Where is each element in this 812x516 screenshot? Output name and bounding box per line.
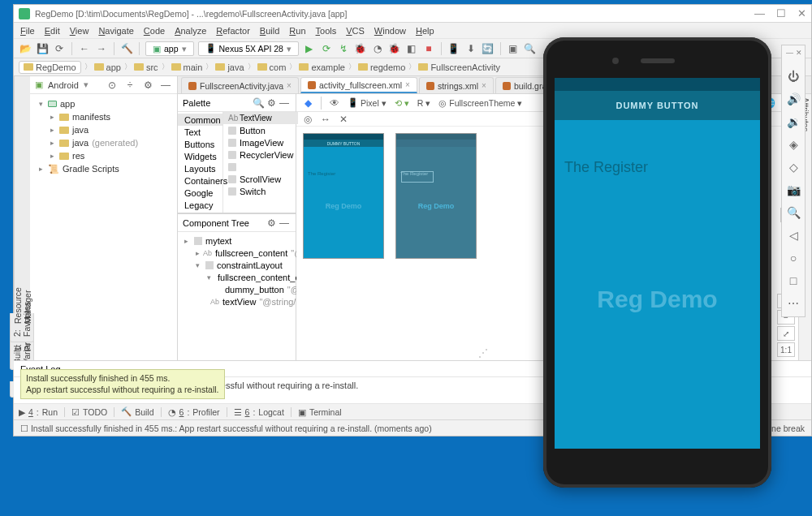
- breadcrumb[interactable]: 〉java: [205, 62, 244, 72]
- menu-analyze[interactable]: Analyze: [175, 26, 206, 36]
- orientation-selector[interactable]: ⟲ ▾: [393, 98, 411, 108]
- zoom-actual-button[interactable]: 1:1: [777, 342, 795, 357]
- design-preview[interactable]: DUMMY BUTTON The Register Reg Demo: [303, 133, 384, 259]
- run-config-selector[interactable]: ▣app▾: [145, 41, 194, 56]
- menu-build[interactable]: Build: [260, 26, 279, 36]
- avd-manager-icon[interactable]: 📱: [447, 42, 460, 55]
- component-tree-node[interactable]: ▾constraintLayout: [181, 259, 292, 271]
- autoconnect-icon[interactable]: ◎: [301, 113, 314, 126]
- breadcrumb[interactable]: 〉com: [248, 62, 287, 72]
- rotate-right-icon[interactable]: ◇: [787, 161, 800, 174]
- power-icon[interactable]: ⏻: [787, 70, 800, 83]
- bottom-tab-todo[interactable]: ☑TODO: [71, 407, 107, 417]
- default-margins-icon[interactable]: ↔: [319, 113, 332, 126]
- zoom-icon[interactable]: 🔍: [787, 206, 800, 219]
- breadcrumb[interactable]: 〉main: [162, 62, 203, 72]
- palette-category[interactable]: Legacy: [178, 199, 222, 211]
- project-node[interactable]: ▸java: [33, 123, 174, 136]
- favorites-tab[interactable]: 2: Favorites: [10, 326, 34, 342]
- component-tree-node[interactable]: ▾fullscreen_content_controls: [181, 271, 292, 283]
- palette-category[interactable]: Buttons: [178, 138, 222, 150]
- palette-widget[interactable]: RecyclerView: [223, 148, 298, 161]
- sdk-manager-icon[interactable]: ⬇: [464, 42, 477, 55]
- palette-widget[interactable]: Button: [223, 124, 298, 136]
- more-icon[interactable]: ⋯: [787, 297, 800, 310]
- select-open-file-icon[interactable]: ⊙: [106, 79, 119, 92]
- design-mode-icon[interactable]: ◆: [301, 97, 314, 110]
- forward-icon[interactable]: →: [95, 42, 108, 55]
- open-icon[interactable]: 📂: [19, 42, 32, 55]
- menu-edit[interactable]: Edit: [45, 26, 60, 36]
- menu-view[interactable]: View: [70, 26, 89, 36]
- breadcrumb[interactable]: RegDemo: [19, 61, 81, 74]
- hide-icon[interactable]: —: [159, 79, 172, 92]
- palette-category[interactable]: Text: [178, 126, 222, 138]
- device-selector[interactable]: 📱Nexus 5X API 28▾: [198, 41, 299, 56]
- volume-down-icon[interactable]: 🔉: [787, 115, 800, 128]
- editor-tab[interactable]: activity_fullscreen.xml×: [300, 77, 417, 93]
- bottom-tab-run[interactable]: ▶4: Run: [19, 407, 58, 417]
- overview-icon[interactable]: □: [787, 274, 800, 287]
- project-view-selector[interactable]: Android: [48, 80, 79, 90]
- titlebar[interactable]: RegDemo [D:\tim\Documents\RegDemo] - ...…: [14, 5, 811, 23]
- editor-tab[interactable]: FullscreenActivity.java×: [181, 77, 299, 93]
- home-icon[interactable]: ○: [787, 252, 800, 264]
- screenshot-icon[interactable]: 📷: [787, 183, 800, 196]
- bottom-tab-profiler[interactable]: ◔6: Profiler: [168, 407, 220, 417]
- attach-icon[interactable]: 🐞: [388, 42, 401, 55]
- stop-icon[interactable]: ■: [422, 42, 435, 55]
- theme-selector[interactable]: ◎ FullscreenTheme ▾: [437, 98, 524, 108]
- gear-icon[interactable]: ⚙: [265, 217, 278, 230]
- menu-code[interactable]: Code: [144, 26, 165, 36]
- palette-category[interactable]: Google: [178, 187, 222, 199]
- refresh-icon[interactable]: ⟳: [53, 42, 66, 55]
- palette-widget[interactable]: Switch: [223, 185, 298, 197]
- breadcrumb[interactable]: 〉FullscreenActivity: [408, 62, 500, 72]
- apply-changes-icon[interactable]: ⟳: [320, 42, 333, 55]
- menu-refactor[interactable]: Refactor: [216, 26, 250, 36]
- breadcrumb[interactable]: 〉app: [84, 62, 121, 72]
- project-node[interactable]: ▸res: [33, 149, 174, 162]
- breadcrumb[interactable]: 〉example: [289, 62, 345, 72]
- minimize-icon[interactable]: —: [754, 7, 765, 19]
- back-icon[interactable]: ←: [78, 42, 91, 55]
- rotate-left-icon[interactable]: ◈: [787, 138, 800, 151]
- sync-icon[interactable]: 🔄: [482, 42, 495, 55]
- collapse-icon[interactable]: ÷: [123, 79, 136, 92]
- palette-widget[interactable]: AbTextView: [223, 112, 298, 124]
- menu-tools[interactable]: Tools: [316, 26, 337, 36]
- menu-run[interactable]: Run: [289, 26, 305, 36]
- bottom-tab-build[interactable]: 🔨Build: [121, 406, 153, 417]
- breadcrumb[interactable]: 〉regdemo: [348, 62, 405, 72]
- make-icon[interactable]: 🔨: [120, 42, 133, 55]
- project-node[interactable]: ▸manifests: [33, 110, 174, 123]
- palette-widget[interactable]: [223, 161, 298, 173]
- maximize-icon[interactable]: ☐: [776, 7, 786, 19]
- gear-icon[interactable]: ⚙: [265, 97, 278, 110]
- apply-code-icon[interactable]: ↯: [337, 42, 350, 55]
- palette-category[interactable]: Layouts: [178, 162, 222, 174]
- hide-icon[interactable]: —: [278, 97, 291, 110]
- component-tree-node[interactable]: ▸mytext: [181, 234, 292, 247]
- emulator-minimize-icon[interactable]: —: [786, 49, 793, 58]
- volume-up-icon[interactable]: 🔊: [787, 92, 800, 105]
- layout-inspector-icon[interactable]: ▣: [507, 42, 520, 55]
- resize-grip-icon[interactable]: ⋰: [478, 347, 488, 359]
- bottom-tab-logcat[interactable]: ☰6: Logcat: [234, 407, 284, 417]
- palette-category[interactable]: Widgets: [178, 150, 222, 162]
- view-options-icon[interactable]: 👁: [328, 97, 341, 110]
- component-tree-node[interactable]: dummy_button "@str...: [181, 283, 292, 295]
- project-node[interactable]: ▸📜Gradle Scripts: [33, 162, 174, 175]
- project-node[interactable]: ▸java (generated): [33, 136, 174, 149]
- blueprint-preview[interactable]: The Register Reg Demo: [395, 133, 477, 259]
- device-preview-selector[interactable]: 📱 Pixel ▾: [346, 97, 388, 108]
- run-icon[interactable]: ▶: [303, 42, 316, 55]
- search-icon[interactable]: 🔍: [524, 42, 537, 55]
- menu-help[interactable]: Help: [416, 26, 434, 36]
- search-icon[interactable]: 🔍: [252, 97, 265, 110]
- dummy-button[interactable]: DUMMY BUTTON: [555, 91, 760, 120]
- menu-vcs[interactable]: VCS: [346, 26, 365, 36]
- close-icon[interactable]: ✕: [797, 7, 806, 19]
- emulator-screen[interactable]: DUMMY BUTTON The Register Reg Demo: [555, 78, 760, 449]
- palette-widget[interactable]: ScrollView: [223, 173, 298, 185]
